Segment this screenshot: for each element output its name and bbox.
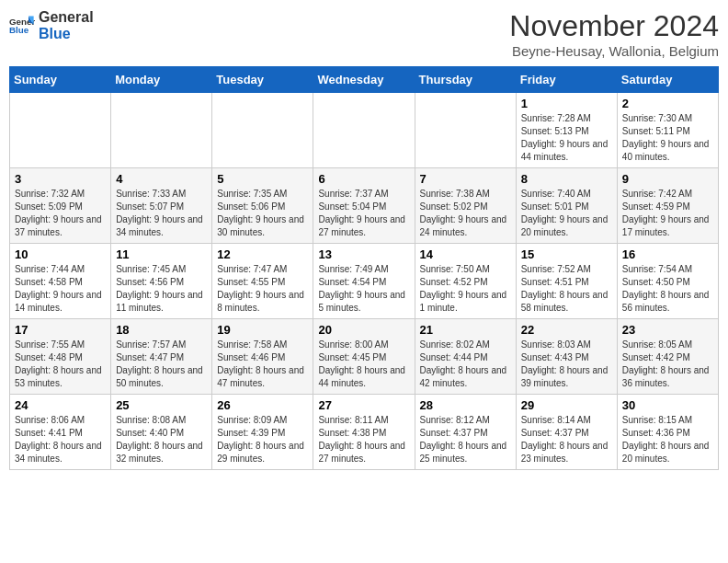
day-info: Sunrise: 7:35 AM Sunset: 5:06 PM Dayligh… (217, 188, 308, 239)
day-number: 13 (318, 247, 409, 261)
calendar-cell: 11Sunrise: 7:45 AM Sunset: 4:56 PM Dayli… (111, 244, 212, 319)
weekday-header-saturday: Saturday (617, 67, 718, 93)
weekday-header-friday: Friday (516, 67, 617, 93)
calendar-week-2: 3Sunrise: 7:32 AM Sunset: 5:09 PM Daylig… (10, 168, 719, 244)
calendar-cell: 2Sunrise: 7:30 AM Sunset: 5:11 PM Daylig… (617, 93, 718, 168)
calendar-cell: 3Sunrise: 7:32 AM Sunset: 5:09 PM Daylig… (10, 168, 111, 244)
day-info: Sunrise: 8:02 AM Sunset: 4:44 PM Dayligh… (420, 339, 511, 390)
calendar-week-1: 1Sunrise: 7:28 AM Sunset: 5:13 PM Daylig… (10, 93, 719, 168)
day-number: 6 (318, 172, 409, 186)
calendar-cell: 14Sunrise: 7:50 AM Sunset: 4:52 PM Dayli… (415, 244, 516, 319)
day-number: 26 (217, 398, 308, 412)
day-number: 21 (420, 323, 511, 337)
day-number: 9 (622, 172, 713, 186)
calendar-cell: 20Sunrise: 8:00 AM Sunset: 4:45 PM Dayli… (313, 319, 415, 395)
day-number: 19 (217, 323, 308, 337)
day-info: Sunrise: 7:47 AM Sunset: 4:55 PM Dayligh… (217, 263, 308, 315)
calendar-cell: 16Sunrise: 7:54 AM Sunset: 4:50 PM Dayli… (617, 244, 718, 319)
day-info: Sunrise: 8:05 AM Sunset: 4:42 PM Dayligh… (622, 339, 713, 390)
day-info: Sunrise: 8:08 AM Sunset: 4:40 PM Dayligh… (116, 414, 207, 465)
day-number: 3 (15, 172, 106, 186)
day-info: Sunrise: 7:50 AM Sunset: 4:52 PM Dayligh… (420, 263, 511, 315)
calendar-cell: 18Sunrise: 7:57 AM Sunset: 4:47 PM Dayli… (111, 319, 212, 395)
calendar-cell: 5Sunrise: 7:35 AM Sunset: 5:06 PM Daylig… (212, 168, 313, 244)
weekday-header-wednesday: Wednesday (313, 67, 415, 93)
day-info: Sunrise: 8:03 AM Sunset: 4:43 PM Dayligh… (521, 339, 612, 390)
day-info: Sunrise: 8:11 AM Sunset: 4:38 PM Dayligh… (318, 414, 409, 465)
calendar-cell: 6Sunrise: 7:37 AM Sunset: 5:04 PM Daylig… (313, 168, 415, 244)
day-number: 25 (116, 398, 207, 412)
day-info: Sunrise: 7:55 AM Sunset: 4:48 PM Dayligh… (15, 339, 106, 390)
calendar-week-4: 17Sunrise: 7:55 AM Sunset: 4:48 PM Dayli… (10, 319, 719, 395)
day-number: 24 (15, 398, 106, 412)
logo-general-text: General (39, 9, 94, 26)
calendar-cell: 24Sunrise: 8:06 AM Sunset: 4:41 PM Dayli… (10, 395, 111, 470)
calendar-table: SundayMondayTuesdayWednesdayThursdayFrid… (9, 66, 719, 470)
day-info: Sunrise: 7:33 AM Sunset: 5:07 PM Dayligh… (116, 188, 207, 239)
calendar-cell: 26Sunrise: 8:09 AM Sunset: 4:39 PM Dayli… (212, 395, 313, 470)
day-info: Sunrise: 7:58 AM Sunset: 4:46 PM Dayligh… (217, 339, 308, 390)
calendar-cell: 12Sunrise: 7:47 AM Sunset: 4:55 PM Dayli… (212, 244, 313, 319)
location-subtitle: Beyne-Heusay, Wallonia, Belgium (509, 43, 719, 59)
day-number: 8 (521, 172, 612, 186)
day-number: 20 (318, 323, 409, 337)
svg-text:Blue: Blue (9, 25, 29, 35)
weekday-header-thursday: Thursday (415, 67, 516, 93)
day-info: Sunrise: 7:40 AM Sunset: 5:01 PM Dayligh… (521, 188, 612, 239)
day-number: 29 (521, 398, 612, 412)
day-number: 28 (420, 398, 511, 412)
day-number: 4 (116, 172, 207, 186)
title-section: November 2024 Beyne-Heusay, Wallonia, Be… (509, 9, 719, 59)
day-info: Sunrise: 8:00 AM Sunset: 4:45 PM Dayligh… (318, 339, 409, 390)
day-number: 14 (420, 247, 511, 261)
calendar-cell: 22Sunrise: 8:03 AM Sunset: 4:43 PM Dayli… (516, 319, 617, 395)
weekday-header-row: SundayMondayTuesdayWednesdayThursdayFrid… (10, 67, 719, 93)
day-number: 7 (420, 172, 511, 186)
weekday-header-monday: Monday (111, 67, 212, 93)
calendar-cell (415, 93, 516, 168)
month-year-title: November 2024 (509, 9, 719, 43)
day-info: Sunrise: 8:12 AM Sunset: 4:37 PM Dayligh… (420, 414, 511, 465)
calendar-cell: 13Sunrise: 7:49 AM Sunset: 4:54 PM Dayli… (313, 244, 415, 319)
day-info: Sunrise: 7:54 AM Sunset: 4:50 PM Dayligh… (622, 263, 713, 315)
calendar-cell (10, 93, 111, 168)
calendar-cell (313, 93, 415, 168)
day-info: Sunrise: 7:32 AM Sunset: 5:09 PM Dayligh… (15, 188, 106, 239)
calendar-cell: 1Sunrise: 7:28 AM Sunset: 5:13 PM Daylig… (516, 93, 617, 168)
day-number: 17 (15, 323, 106, 337)
calendar-cell: 17Sunrise: 7:55 AM Sunset: 4:48 PM Dayli… (10, 319, 111, 395)
day-number: 11 (116, 247, 207, 261)
day-info: Sunrise: 7:42 AM Sunset: 4:59 PM Dayligh… (622, 188, 713, 239)
calendar-cell: 7Sunrise: 7:38 AM Sunset: 5:02 PM Daylig… (415, 168, 516, 244)
day-info: Sunrise: 7:52 AM Sunset: 4:51 PM Dayligh… (521, 263, 612, 315)
day-number: 30 (622, 398, 713, 412)
day-number: 5 (217, 172, 308, 186)
day-info: Sunrise: 7:38 AM Sunset: 5:02 PM Dayligh… (420, 188, 511, 239)
day-info: Sunrise: 8:15 AM Sunset: 4:36 PM Dayligh… (622, 414, 713, 465)
day-info: Sunrise: 7:30 AM Sunset: 5:11 PM Dayligh… (622, 112, 713, 164)
day-number: 2 (622, 97, 713, 110)
calendar-cell: 15Sunrise: 7:52 AM Sunset: 4:51 PM Dayli… (516, 244, 617, 319)
day-number: 23 (622, 323, 713, 337)
calendar-cell: 25Sunrise: 8:08 AM Sunset: 4:40 PM Dayli… (111, 395, 212, 470)
day-info: Sunrise: 7:44 AM Sunset: 4:58 PM Dayligh… (15, 263, 106, 315)
day-number: 12 (217, 247, 308, 261)
day-number: 15 (521, 247, 612, 261)
calendar-cell: 4Sunrise: 7:33 AM Sunset: 5:07 PM Daylig… (111, 168, 212, 244)
logo: General Blue General Blue (9, 9, 94, 41)
day-number: 18 (116, 323, 207, 337)
logo-icon: General Blue (9, 13, 35, 39)
day-info: Sunrise: 7:37 AM Sunset: 5:04 PM Dayligh… (318, 188, 409, 239)
calendar-cell: 30Sunrise: 8:15 AM Sunset: 4:36 PM Dayli… (617, 395, 718, 470)
day-info: Sunrise: 8:14 AM Sunset: 4:37 PM Dayligh… (521, 414, 612, 465)
page-header: General Blue General Blue November 2024 … (9, 9, 719, 59)
day-number: 1 (521, 97, 612, 110)
calendar-cell (212, 93, 313, 168)
calendar-cell: 9Sunrise: 7:42 AM Sunset: 4:59 PM Daylig… (617, 168, 718, 244)
day-info: Sunrise: 8:06 AM Sunset: 4:41 PM Dayligh… (15, 414, 106, 465)
logo-blue-text: Blue (39, 26, 94, 42)
day-number: 10 (15, 247, 106, 261)
calendar-cell: 21Sunrise: 8:02 AM Sunset: 4:44 PM Dayli… (415, 319, 516, 395)
calendar-cell: 8Sunrise: 7:40 AM Sunset: 5:01 PM Daylig… (516, 168, 617, 244)
day-number: 27 (318, 398, 409, 412)
